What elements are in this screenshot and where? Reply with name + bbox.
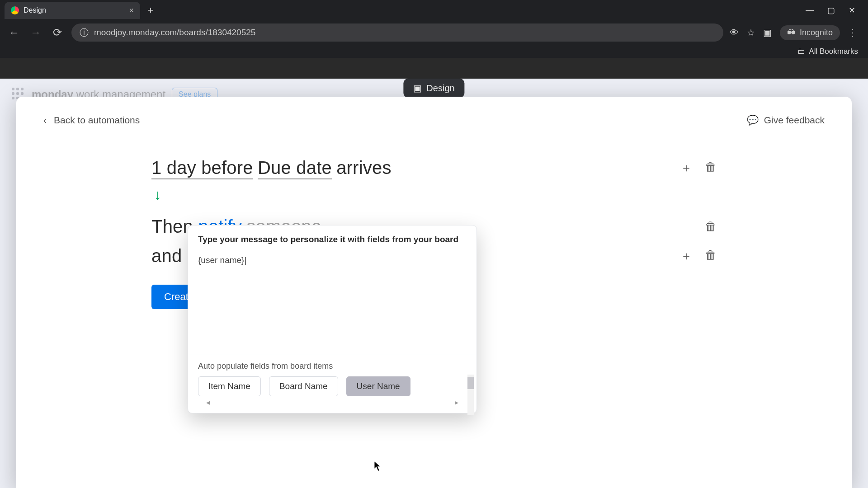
trigger-row: 1 day before Due date arrives ＋ 🗑	[151, 157, 717, 178]
incognito-icon: 🕶	[787, 28, 795, 38]
tab-bar: Design × + — ▢ ✕	[0, 0, 868, 21]
back-icon[interactable]: ←	[6, 25, 22, 40]
delete-action-icon[interactable]: 🗑	[705, 220, 717, 234]
browser-tab[interactable]: Design ×	[5, 2, 140, 19]
automation-modal: ‹ Back to automations 💬 Give feedback 1 …	[16, 97, 852, 488]
delete-and-icon[interactable]: 🗑	[705, 248, 717, 264]
hscroll-right-icon[interactable]: ▸	[455, 398, 458, 407]
message-editor[interactable]: {user name}|	[188, 251, 476, 355]
autofill-label: Auto populate fields from board items	[198, 361, 467, 371]
folder-icon: 🗀	[797, 47, 805, 56]
panel-icon[interactable]: ▣	[763, 27, 772, 38]
trigger-field-token[interactable]: Due date	[258, 158, 332, 179]
window-close-icon[interactable]: ✕	[849, 5, 855, 15]
tab-favicon	[11, 6, 19, 14]
all-bookmarks-button[interactable]: 🗀 All Bookmarks	[797, 47, 858, 56]
back-to-automations[interactable]: ‹ Back to automations	[43, 115, 140, 126]
and-label: and	[151, 246, 182, 266]
chevron-left-icon: ‹	[43, 115, 47, 126]
chip-item-name[interactable]: Item Name	[198, 376, 261, 396]
url-input[interactable]: ⓘ moodjoy.monday.com/boards/1830420525	[71, 23, 723, 42]
address-bar: ← → ⟳ ⓘ moodjoy.monday.com/boards/183042…	[0, 21, 868, 44]
reload-icon[interactable]: ⟳	[50, 25, 65, 40]
new-tab-button[interactable]: +	[143, 3, 158, 18]
delete-trigger-icon[interactable]: 🗑	[705, 160, 717, 176]
tab-title: Design	[24, 6, 46, 14]
trigger-tail: arrives	[336, 158, 391, 178]
all-bookmarks-label: All Bookmarks	[809, 47, 858, 56]
minimize-icon[interactable]: —	[806, 5, 814, 15]
back-label: Back to automations	[54, 115, 140, 126]
trigger-time-token[interactable]: 1 day before	[151, 158, 253, 179]
url-text: moodjoy.monday.com/boards/1830420525	[94, 28, 255, 38]
site-info-icon[interactable]: ⓘ	[80, 27, 89, 39]
popover-title: Type your message to personalize it with…	[188, 235, 476, 251]
forward-icon: →	[28, 25, 43, 40]
close-icon[interactable]: ×	[129, 6, 134, 15]
maximize-icon[interactable]: ▢	[827, 5, 835, 15]
arrow-down-icon: ↓	[154, 187, 717, 203]
chip-board-name[interactable]: Board Name	[269, 376, 338, 396]
add-condition-icon[interactable]: ＋	[680, 160, 692, 176]
incognito-label: Incognito	[800, 28, 833, 38]
hscroll-left-icon[interactable]: ◂	[206, 398, 210, 407]
feedback-label: Give feedback	[764, 115, 825, 126]
popover-scrollbar[interactable]	[467, 375, 474, 415]
add-action-icon[interactable]: ＋	[680, 248, 692, 264]
eye-off-icon[interactable]: 👁	[730, 28, 739, 38]
give-feedback-button[interactable]: 💬 Give feedback	[747, 115, 825, 126]
kebab-icon[interactable]: ⋮	[848, 27, 857, 38]
star-icon[interactable]: ☆	[747, 27, 755, 38]
rules-container: 1 day before Due date arrives ＋ 🗑 ↓ Then…	[151, 157, 717, 309]
incognito-chip[interactable]: 🕶 Incognito	[780, 25, 840, 40]
chat-icon: 💬	[747, 115, 759, 126]
notify-message-popover: Type your message to personalize it with…	[188, 225, 477, 413]
chip-user-name[interactable]: User Name	[346, 376, 410, 396]
